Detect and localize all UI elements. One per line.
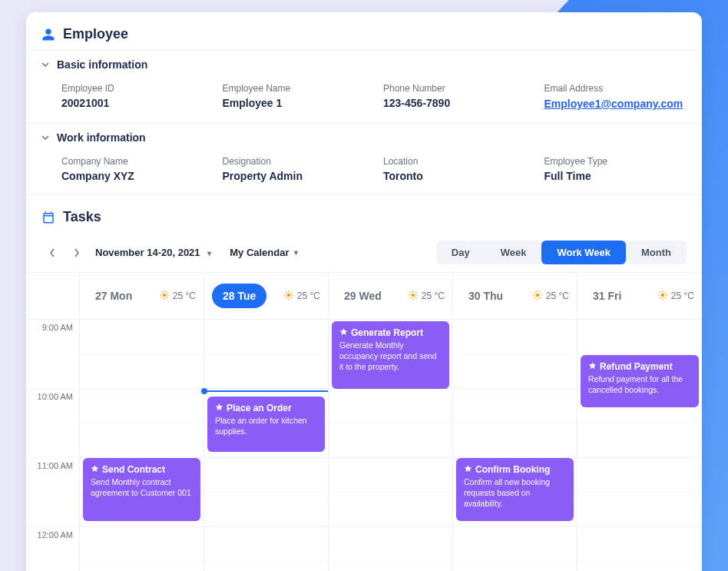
field-value: 20021001 xyxy=(61,97,204,109)
sun-icon xyxy=(283,290,294,303)
field-label: Location xyxy=(383,156,526,167)
svg-line-26 xyxy=(415,291,416,292)
field-value: 123-456-7890 xyxy=(383,97,526,109)
calendar-event[interactable]: Send ContractSend Monthly contract agree… xyxy=(83,458,200,521)
calendar-event[interactable]: Refund PaymentRefund payment for all the… xyxy=(581,355,699,407)
view-month-button[interactable]: Month xyxy=(626,241,687,264)
basic-info-header[interactable]: Basic information xyxy=(26,50,702,78)
svg-point-18 xyxy=(412,293,415,297)
view-week-button[interactable]: Week xyxy=(485,241,542,264)
star-icon xyxy=(464,464,472,475)
calendar-event[interactable]: Confirm BookingConfirm all new booking r… xyxy=(456,458,574,521)
time-gutter: 9:00 AM10:00 AM11:00 AM12:00 AM xyxy=(26,320,80,571)
time-slot-label: 11:00 AM xyxy=(26,458,79,527)
svg-line-17 xyxy=(291,291,292,292)
work-info-grid: Company Name Company XYZ Designation Pro… xyxy=(26,151,702,194)
svg-line-34 xyxy=(534,297,535,297)
svg-line-42 xyxy=(665,297,666,297)
weather-badge: 25 °C xyxy=(408,290,445,303)
svg-line-32 xyxy=(534,291,535,292)
day-column[interactable]: Refund PaymentRefund payment for all the… xyxy=(577,320,702,571)
field-email: Email Address Employee1@company.com xyxy=(544,83,687,111)
calendar-icon xyxy=(41,211,55,224)
chevron-down-icon xyxy=(41,134,49,141)
view-workweek-button[interactable]: Work Week xyxy=(541,241,626,264)
svg-line-41 xyxy=(660,291,660,292)
tasks-title: Tasks xyxy=(63,209,101,225)
page-title: Employee xyxy=(63,26,128,42)
event-description: Refund payment for all the cancelled boo… xyxy=(588,373,691,395)
temperature: 25 °C xyxy=(422,290,445,301)
day-header: 28 Tue25 °C xyxy=(204,273,329,319)
sun-icon xyxy=(657,290,668,303)
temperature: 25 °C xyxy=(671,290,694,301)
svg-line-8 xyxy=(167,291,167,292)
star-icon xyxy=(339,327,348,338)
day-label: 27 Mon xyxy=(88,285,140,307)
chevron-down-icon xyxy=(41,61,49,68)
date-range-label: November 14-20, 2021 xyxy=(95,247,200,258)
day-header: 31 Fri25 °C xyxy=(577,273,702,319)
sun-icon xyxy=(408,290,419,303)
day-column[interactable]: Place an OrderPlace an order for kitchen… xyxy=(204,320,329,571)
weather-badge: 25 °C xyxy=(159,290,196,303)
svg-line-6 xyxy=(167,297,167,297)
email-link[interactable]: Employee1@company.com xyxy=(544,98,683,110)
employee-card: Employee Basic information Employee ID 2… xyxy=(26,12,702,571)
event-description: Send Monthly contract agreement to Custo… xyxy=(91,476,193,498)
work-info-header[interactable]: Work information xyxy=(26,123,702,151)
event-title: Generate Report xyxy=(351,327,423,338)
calendar-event[interactable]: Generate ReportGenerate Monthly occupanc… xyxy=(332,321,449,389)
event-description: Place an order for kitchen supplies. xyxy=(215,415,317,437)
field-company: Company Name Company XYZ xyxy=(61,156,204,182)
user-icon xyxy=(41,28,55,41)
star-icon xyxy=(91,464,99,475)
svg-line-43 xyxy=(660,297,660,297)
view-toggle: Day Week Work Week Month xyxy=(436,241,687,264)
calendar-event[interactable]: Place an OrderPlace an order for kitchen… xyxy=(207,397,325,452)
svg-line-25 xyxy=(410,297,411,297)
next-button[interactable] xyxy=(66,242,88,264)
event-title: Send Contract xyxy=(102,464,165,475)
day-column[interactable]: Send ContractSend Monthly contract agree… xyxy=(80,320,204,571)
day-label: 29 Wed xyxy=(336,285,389,307)
time-slot-label: 12:00 AM xyxy=(26,527,79,571)
calendar-body: 9:00 AM10:00 AM11:00 AM12:00 AM Send Con… xyxy=(26,320,702,571)
calendar-select-label: My Calendar xyxy=(230,247,289,258)
svg-line-16 xyxy=(286,297,286,297)
sun-icon xyxy=(532,290,543,303)
event-description: Generate Monthly occupancy report and se… xyxy=(339,340,442,373)
temperature: 25 °C xyxy=(297,290,320,301)
day-column[interactable]: Confirm BookingConfirm all new booking r… xyxy=(453,320,577,571)
field-label: Phone Number xyxy=(383,83,526,94)
work-info-title: Work information xyxy=(57,131,146,144)
chevron-down-icon: ▾ xyxy=(207,249,211,257)
field-label: Employee Type xyxy=(544,156,687,167)
date-range-picker[interactable]: November 14-20, 2021 ▾ xyxy=(95,247,211,258)
time-slot-label: 9:00 AM xyxy=(26,320,79,389)
time-slot-label: 10:00 AM xyxy=(26,389,79,458)
svg-point-9 xyxy=(287,293,291,297)
svg-line-14 xyxy=(286,291,286,292)
calendar-select[interactable]: My Calendar ▾ xyxy=(230,247,297,258)
day-label: 30 Thu xyxy=(461,285,511,307)
calendar: 27 Mon25 °C28 Tue25 °C29 Wed25 °C30 Thu2… xyxy=(26,272,702,571)
field-employee-id: Employee ID 20021001 xyxy=(61,83,204,111)
event-description: Confirm all new booking requests based o… xyxy=(464,476,566,510)
svg-line-24 xyxy=(415,297,416,297)
weather-badge: 25 °C xyxy=(657,290,694,303)
current-time-indicator xyxy=(204,390,328,392)
star-icon xyxy=(588,361,597,372)
sun-icon xyxy=(159,290,170,303)
employee-header: Employee xyxy=(26,12,702,50)
view-day-button[interactable]: Day xyxy=(436,241,485,264)
field-label: Employee ID xyxy=(61,83,204,94)
day-column[interactable]: Generate ReportGenerate Monthly occupanc… xyxy=(329,320,453,571)
svg-line-23 xyxy=(410,291,411,292)
day-header: 29 Wed25 °C xyxy=(329,273,453,319)
field-label: Email Address xyxy=(544,83,687,94)
field-label: Company Name xyxy=(61,156,204,167)
basic-info-title: Basic information xyxy=(57,58,147,71)
event-title: Place an Order xyxy=(227,403,292,413)
prev-button[interactable] xyxy=(41,242,63,264)
